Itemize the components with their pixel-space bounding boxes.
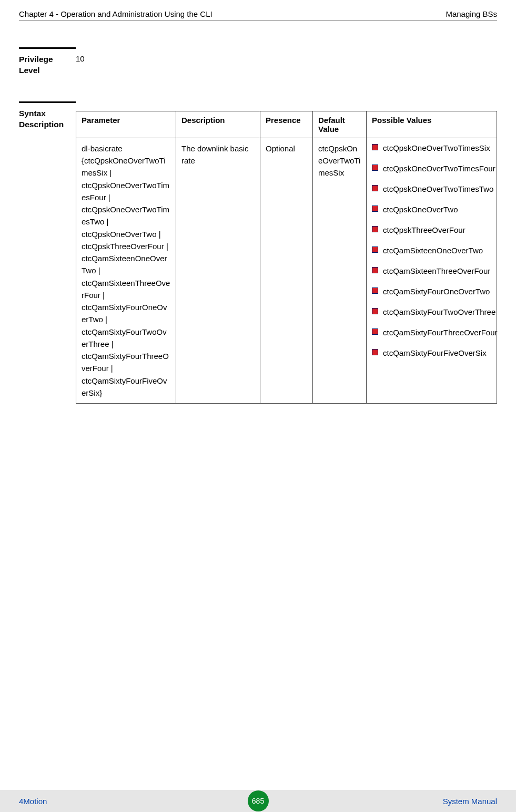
cell-possible: ctcQpskOneOverTwoTimesSix ctcQpskOneOver… <box>367 138 497 403</box>
cell-description: The downlink basic rate <box>176 138 260 403</box>
list-item: ctcQamSixtyFourOneOverTwo <box>372 286 491 297</box>
possible-value-text: ctcQamSixteenThreeOverFour <box>383 265 491 276</box>
possible-value-text: ctcQpskOneOverTwoTimesTwo <box>383 183 493 194</box>
page-footer: 4Motion 685 System Manual <box>0 790 516 812</box>
col-presence: Presence <box>260 111 313 138</box>
list-item: ctcQamSixtyFourTwoOverThree <box>372 306 491 317</box>
page-header: Chapter 4 - Operation and Administration… <box>19 9 497 21</box>
privilege-label-line1: Privilege <box>19 55 53 64</box>
list-item: ctcQamSixtyFourThreeOverFour <box>372 327 491 338</box>
possible-value-text: ctcQamSixtyFourThreeOverFour <box>383 327 498 338</box>
table-header-row: Parameter Description Presence Default V… <box>76 111 497 138</box>
possible-value-text: ctcQpskOneOverTwoTimesFour <box>383 163 495 174</box>
possible-value-text: ctcQpskOneOverTwo <box>383 204 491 215</box>
privilege-value: 10 <box>76 47 85 76</box>
list-item: ctcQpskOneOverTwo <box>372 204 491 215</box>
bullet-icon <box>372 185 378 191</box>
list-item: ctcQamSixtyFourFiveOverSix <box>372 347 491 358</box>
syntax-description-block: Syntax Description Parameter Description… <box>19 101 497 404</box>
footer-right: System Manual <box>443 797 497 806</box>
syntax-label: Syntax Description <box>19 101 76 404</box>
syntax-label-line2: Description <box>19 120 64 129</box>
bullet-icon <box>372 246 378 253</box>
list-item: ctcQpskThreeOverFour <box>372 224 491 235</box>
bullet-icon <box>372 349 378 355</box>
possible-value-text: ctcQamSixteenOneOverTwo <box>383 245 491 256</box>
bullet-icon <box>372 205 378 212</box>
possible-value-text: ctcQpskThreeOverFour <box>383 224 491 235</box>
list-item: ctcQpskOneOverTwoTimesSix <box>372 142 491 153</box>
possible-value-text: ctcQamSixtyFourTwoOverThree <box>383 306 495 317</box>
possible-value-text: ctcQpskOneOverTwoTimesSix <box>383 142 491 153</box>
bullet-icon <box>372 144 378 150</box>
bullet-icon <box>372 267 378 273</box>
bullet-icon <box>372 165 378 171</box>
col-default: Default Value <box>313 111 367 138</box>
table-row: dl-basicrate {ctcQpskOneOverTwoTimesSix … <box>76 138 497 403</box>
possible-value-text: ctcQamSixtyFourFiveOverSix <box>383 347 491 358</box>
col-description: Description <box>176 111 260 138</box>
list-item: ctcQpskOneOverTwoTimesTwo <box>372 183 491 194</box>
possible-value-text: ctcQamSixtyFourOneOverTwo <box>383 286 491 297</box>
possible-values-list: ctcQpskOneOverTwoTimesSix ctcQpskOneOver… <box>372 142 491 358</box>
bullet-icon <box>372 328 378 335</box>
cell-default: ctcQpskOneOverTwoTimesSix <box>313 138 367 403</box>
page-number-badge: 685 <box>248 790 269 811</box>
cell-presence: Optional <box>260 138 313 403</box>
header-left: Chapter 4 - Operation and Administration… <box>19 9 213 18</box>
bullet-icon <box>372 226 378 232</box>
list-item: ctcQamSixteenOneOverTwo <box>372 245 491 256</box>
list-item: ctcQpskOneOverTwoTimesFour <box>372 163 491 174</box>
header-right: Managing BSs <box>446 9 497 18</box>
bullet-icon <box>372 308 378 314</box>
privilege-label-line2: Level <box>19 66 40 75</box>
footer-left: 4Motion <box>19 797 47 806</box>
col-parameter: Parameter <box>76 111 176 138</box>
bullet-icon <box>372 287 378 294</box>
col-possible: Possible Values <box>367 111 497 138</box>
syntax-label-line1: Syntax <box>19 109 46 118</box>
parameter-table: Parameter Description Presence Default V… <box>76 111 497 404</box>
cell-parameter: dl-basicrate {ctcQpskOneOverTwoTimesSix … <box>76 138 176 403</box>
privilege-block: Privilege Level 10 <box>19 47 497 76</box>
list-item: ctcQamSixteenThreeOverFour <box>372 265 491 276</box>
privilege-label: Privilege Level <box>19 47 76 76</box>
